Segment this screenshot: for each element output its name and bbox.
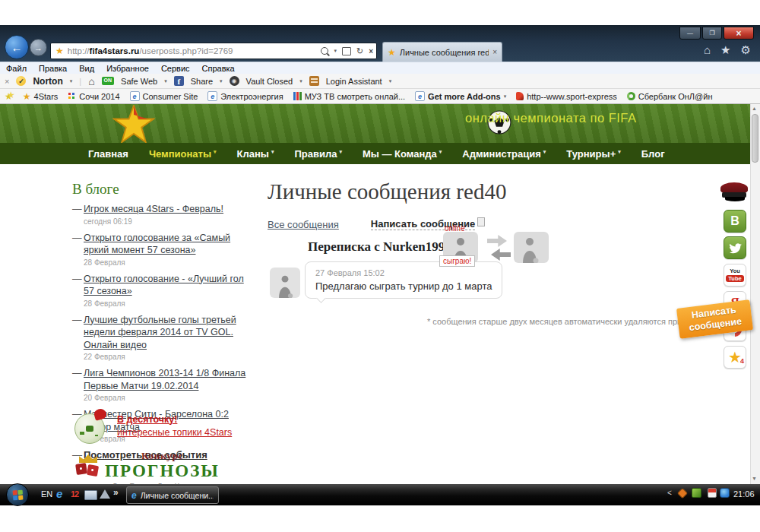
- search-dropdown-icon[interactable]: [334, 48, 337, 54]
- quicklaunch-12-icon[interactable]: 12: [71, 489, 78, 499]
- norton-dropdown-icon[interactable]: [70, 78, 73, 84]
- nav-tournaments[interactable]: Турниры+: [566, 148, 620, 160]
- share-dropdown-icon[interactable]: [220, 78, 223, 84]
- menu-service[interactable]: Сервис: [161, 64, 190, 73]
- blog-post-date: 28 Февраля: [84, 299, 256, 308]
- youtube-icon[interactable]: YouTube: [724, 264, 746, 287]
- norton-login-assistant[interactable]: Login Assistant: [326, 77, 382, 86]
- favorite-addons[interactable]: Get more Add-ons: [415, 91, 506, 101]
- scroll-up-icon[interactable]: [752, 106, 757, 111]
- menu-file[interactable]: Файл: [6, 64, 27, 73]
- nav-rules[interactable]: Правила: [294, 148, 342, 160]
- scroll-down-icon[interactable]: [752, 476, 757, 481]
- stop-icon[interactable]: [369, 47, 373, 55]
- forward-button[interactable]: [30, 39, 47, 56]
- menu-view[interactable]: Вид: [79, 64, 94, 73]
- toolbar-close-icon[interactable]: ×: [5, 77, 9, 86]
- refresh-icon[interactable]: [356, 46, 363, 56]
- quicklaunch-ie-icon[interactable]: e: [56, 487, 62, 500]
- safeweb-dropdown-icon[interactable]: [164, 78, 167, 84]
- favorite-electro[interactable]: Электроэнергия: [207, 91, 283, 101]
- site-tagline: онлайн чемпионата по FIFA: [465, 111, 637, 125]
- facebook-icon[interactable]: [174, 76, 184, 86]
- play-badge[interactable]: сыграю!: [439, 255, 475, 267]
- menu-favorites[interactable]: Избранное: [106, 64, 149, 73]
- nav-administration[interactable]: Администрация: [462, 148, 546, 160]
- menu-edit[interactable]: Правка: [39, 64, 67, 73]
- favorite-4stars[interactable]: 4Stars: [23, 91, 59, 102]
- online-status: online: [445, 224, 465, 233]
- quicklaunch-media-icon[interactable]: [100, 489, 110, 499]
- favorite-sochi[interactable]: Сочи 2014: [68, 92, 119, 101]
- norton-share[interactable]: Share: [191, 77, 213, 86]
- favorite-consumer-site[interactable]: Consumer Site: [130, 91, 198, 101]
- norton-safeweb[interactable]: Safe Web: [121, 77, 157, 86]
- nav-clans[interactable]: Кланы: [237, 148, 274, 160]
- blog-post-link[interactable]: Открыто голосование - «Лучший гол 57 сез…: [84, 274, 244, 297]
- military-cap-icon[interactable]: [719, 182, 749, 202]
- chevron-down-icon: [214, 149, 217, 155]
- arrow-right-icon: [487, 235, 507, 247]
- close-button[interactable]: [724, 27, 754, 40]
- tab-close-icon[interactable]: [492, 48, 497, 56]
- conversation-title: Переписка с Nurken1997: [308, 239, 451, 255]
- addons-dropdown-icon[interactable]: [504, 93, 507, 100]
- vk-icon[interactable]: B: [724, 210, 746, 233]
- start-button[interactable]: [6, 483, 29, 506]
- norton-vault[interactable]: Vault Closed: [246, 77, 293, 86]
- norton-home-icon[interactable]: [88, 75, 94, 87]
- blog-post: Лига Чемпионов 2013-14 1/8 Финала Первые…: [72, 367, 256, 392]
- menu-help[interactable]: Справка: [202, 64, 235, 73]
- taskbar-clock[interactable]: 21:06: [733, 489, 755, 499]
- taskbar-window-button[interactable]: e Личные сообщени...: [126, 486, 219, 504]
- tray-network-icon[interactable]: [720, 488, 730, 498]
- blog-post-link[interactable]: Лучшие футбольные голы третьей недели фе…: [84, 315, 236, 350]
- favorite-sport-express[interactable]: http--www.sport-express: [516, 92, 617, 101]
- favorites-stack-icon[interactable]: [5, 91, 13, 102]
- favorites-icon[interactable]: [720, 43, 730, 57]
- chevron-down-icon: [339, 149, 342, 155]
- norton-brand[interactable]: Norton: [33, 76, 62, 87]
- blog-post-link[interactable]: Открыто голосование за «Самый яркий моме…: [84, 233, 230, 256]
- nav-home[interactable]: Главная: [88, 148, 128, 160]
- blog-post-date: 22 Февраля: [84, 353, 256, 361]
- minimize-button[interactable]: [679, 27, 701, 40]
- twitter-icon[interactable]: [724, 236, 746, 259]
- site-logo-star-icon: [112, 105, 155, 146]
- search-icon[interactable]: [321, 47, 328, 55]
- tray-collapse-icon[interactable]: <: [667, 489, 672, 497]
- restore-button[interactable]: [702, 27, 722, 40]
- home-icon[interactable]: [704, 43, 711, 57]
- tray-update-icon[interactable]: [692, 488, 701, 498]
- compatibility-view-icon[interactable]: [342, 47, 351, 55]
- blog-post-date: сегодня 06:19: [84, 217, 256, 226]
- nav-team[interactable]: Мы — Команда: [363, 148, 442, 160]
- browser-tab[interactable]: Личные сообщения red40....: [382, 42, 502, 62]
- back-button[interactable]: [5, 35, 29, 59]
- favorite-sberbank[interactable]: Сбербанк ОнЛ@йн: [627, 92, 713, 101]
- address-bar[interactable]: http://fifa4stars.ru/userposts.php?id=27…: [50, 43, 377, 59]
- promo-title[interactable]: В десяточку!: [117, 414, 232, 425]
- all-messages-link[interactable]: Все сообщения: [268, 219, 339, 230]
- nav-blog[interactable]: Блог: [641, 148, 665, 160]
- promo-block[interactable]: В десяточку! интересные топики 4Stars: [74, 409, 232, 442]
- blog-post-link[interactable]: Лига Чемпионов 2013-14 1/8 Финала Первые…: [84, 368, 245, 391]
- vault-icon[interactable]: [230, 76, 239, 86]
- quicklaunch-overflow[interactable]: »: [113, 487, 119, 498]
- nav-championships[interactable]: Чемпионаты: [149, 148, 217, 160]
- tools-gear-icon[interactable]: [741, 43, 751, 57]
- blog-post-link[interactable]: Игрок месяца 4Stars - Февраль!: [84, 204, 223, 214]
- promo-subtitle[interactable]: интересные топики 4Stars: [117, 427, 232, 438]
- scrollbar-thumb[interactable]: [752, 114, 758, 163]
- window-controls: [679, 27, 754, 40]
- tray-device-icon[interactable]: [708, 488, 717, 498]
- login-assistant-icon[interactable]: [309, 76, 319, 86]
- language-indicator[interactable]: EN: [41, 489, 52, 499]
- star-4-icon[interactable]: 4: [724, 346, 746, 369]
- quicklaunch-folder-icon[interactable]: [84, 490, 97, 500]
- favorite-muztv[interactable]: МУЗ ТВ смотреть онлай...: [293, 92, 405, 101]
- write-message-icon[interactable]: [477, 217, 485, 226]
- avatar-red40[interactable]: [514, 232, 549, 263]
- vault-dropdown-icon[interactable]: [299, 78, 302, 84]
- login-dropdown-icon[interactable]: [389, 78, 392, 84]
